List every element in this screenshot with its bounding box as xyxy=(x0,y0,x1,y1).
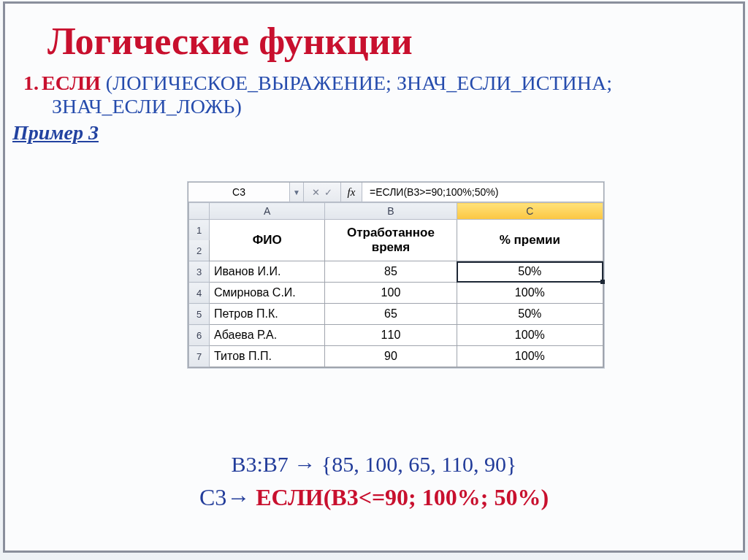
function-name: ЕСЛИ xyxy=(42,72,101,94)
col-header-C[interactable]: C xyxy=(457,203,603,220)
cell[interactable]: 90 xyxy=(325,346,457,367)
select-all-corner[interactable] xyxy=(189,203,210,220)
syntax-part1: (ЛОГИЧЕСКОЕ_ВЫРАЖЕНИЕ; ЗНАЧ_ЕСЛИ_ИСТИНА; xyxy=(101,72,612,94)
syntax-part2: ЗНАЧ_ЕСЛИ_ЛОЖЬ) xyxy=(52,95,743,118)
row-header[interactable]: 7 xyxy=(189,346,210,367)
cell[interactable]: 65 xyxy=(325,304,457,325)
cell[interactable]: 100% xyxy=(457,283,603,304)
cell[interactable]: 100% xyxy=(457,325,603,346)
table-row: 4 Смирнова С.И. 100 100% xyxy=(189,283,603,304)
enter-icon[interactable]: ✓ xyxy=(324,187,332,198)
list-number: 1. xyxy=(14,72,39,95)
table-row: 7 Титов П.П. 90 100% xyxy=(189,346,603,367)
syntax-block: 1. ЕСЛИ (ЛОГИЧЕСКОЕ_ВЫРАЖЕНИЕ; ЗНАЧ_ЕСЛИ… xyxy=(9,72,743,118)
cell[interactable]: Иванов И.И. xyxy=(210,261,325,283)
name-box-dropdown-icon[interactable]: ▼ xyxy=(290,183,304,202)
slide: Логические функции 1. ЕСЛИ (ЛОГИЧЕСКОЕ_В… xyxy=(3,1,745,553)
formula-input[interactable]: =ЕСЛИ(B3>=90;100%;50%) xyxy=(362,183,603,202)
bottom-formulas: B3:B7 → {85, 100, 65, 110, 90} C3→ ЕСЛИ(… xyxy=(5,452,743,511)
cell[interactable]: Титов П.П. xyxy=(210,346,325,367)
cell[interactable]: Абаева Р.А. xyxy=(210,325,325,346)
spreadsheet[interactable]: A B C 1 ФИО Отработанное время % премии … xyxy=(188,202,603,367)
cell[interactable]: 110 xyxy=(325,325,457,346)
formula-bar: C3 ▼ ✕ ✓ fx =ЕСЛИ(B3>=90;100%;50%) xyxy=(188,183,603,202)
table-row: 5 Петров П.К. 65 50% xyxy=(189,304,603,325)
arrow-icon: → xyxy=(226,484,256,510)
example-link[interactable]: Пример 3 xyxy=(12,121,743,145)
row-header[interactable]: 3 xyxy=(189,261,210,283)
row-header-2[interactable]: 2 xyxy=(189,240,210,261)
range-values: {85, 100, 65, 110, 90} xyxy=(321,452,517,476)
slide-title: Логические функции xyxy=(47,20,743,63)
row-header[interactable]: 4 xyxy=(189,283,210,304)
cell-ref: C3 xyxy=(199,484,226,510)
cell[interactable]: 85 xyxy=(325,261,457,283)
range-ref: B3:B7 xyxy=(231,452,288,476)
selected-cell[interactable]: 50% xyxy=(457,261,603,283)
cell[interactable]: 100% xyxy=(457,346,603,367)
row-header[interactable]: 5 xyxy=(189,304,210,325)
fx-icon[interactable]: fx xyxy=(341,183,362,202)
table-row: 6 Абаева Р.А. 110 100% xyxy=(189,325,603,346)
formula-bar-buttons: ✕ ✓ xyxy=(304,183,341,202)
col-header-B[interactable]: B xyxy=(325,203,457,220)
cell[interactable]: Смирнова С.И. xyxy=(210,283,325,304)
cell[interactable]: 50% xyxy=(457,304,603,325)
row-header-1[interactable]: 1 xyxy=(189,220,210,241)
table-row: 3 Иванов И.И. 85 50% xyxy=(189,261,603,283)
cell[interactable]: 100 xyxy=(325,283,457,304)
header-fio[interactable]: ФИО xyxy=(210,220,325,261)
name-box[interactable]: C3 xyxy=(188,183,290,202)
excel-snippet: C3 ▼ ✕ ✓ fx =ЕСЛИ(B3>=90;100%;50%) A B C… xyxy=(188,182,604,368)
cancel-icon[interactable]: ✕ xyxy=(312,187,320,198)
header-bonus[interactable]: % премии xyxy=(457,220,603,261)
formula-expression: ЕСЛИ(B3<=90; 100%; 50%) xyxy=(256,484,549,510)
cell[interactable]: Петров П.К. xyxy=(210,304,325,325)
header-time[interactable]: Отработанное время xyxy=(325,220,457,261)
row-header[interactable]: 6 xyxy=(189,325,210,346)
col-header-A[interactable]: A xyxy=(210,203,325,220)
arrow-icon: → xyxy=(289,452,321,476)
